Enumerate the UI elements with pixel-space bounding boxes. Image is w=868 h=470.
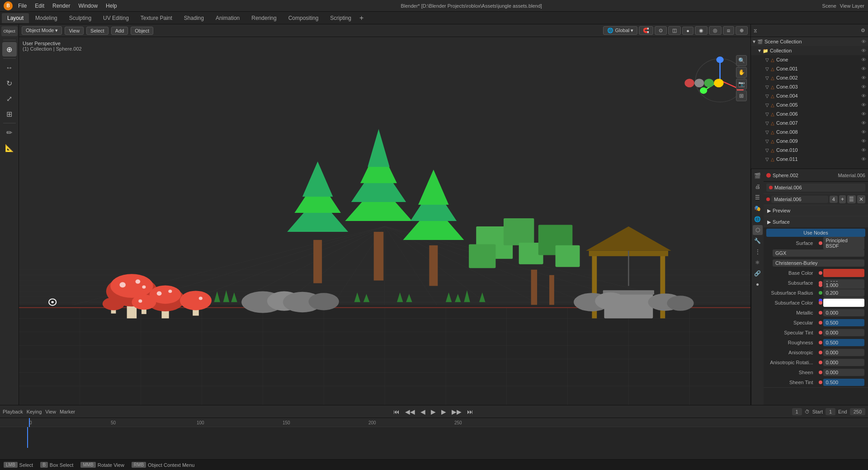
view-layer-properties-icon[interactable]: ☰ <box>753 193 763 202</box>
specular-value[interactable]: 0.500 <box>823 319 865 326</box>
material-properties-icon[interactable]: ● <box>753 279 763 289</box>
playback-menu[interactable]: Playback <box>3 409 23 414</box>
modifier-properties-icon[interactable]: 🔧 <box>753 236 763 246</box>
object-mode-button[interactable]: Object <box>1 26 18 36</box>
viewport-shading-rendered[interactable]: ◎ <box>709 26 722 35</box>
item-visibility-11[interactable]: 👁 <box>861 156 866 162</box>
add-workspace-button[interactable]: + <box>359 14 363 22</box>
pan-button[interactable]: ✋ <box>736 67 747 78</box>
scene-properties-icon[interactable]: 🎭 <box>753 203 763 213</box>
rotate-tool-button[interactable]: ↻ <box>2 76 17 90</box>
preview-section-header[interactable]: ▶ Preview <box>764 205 868 216</box>
outliner-item-cone.010[interactable]: ▽ △ Cone.010 👁 <box>751 146 868 155</box>
keying-menu[interactable]: Keying <box>27 409 42 414</box>
subsurface-color-swatch[interactable] <box>823 299 865 307</box>
item-visibility-10[interactable]: 👁 <box>861 147 866 153</box>
render-properties-icon[interactable]: 🎬 <box>753 171 763 181</box>
grid-button[interactable]: ⊞ <box>736 90 747 101</box>
outliner-item-cone.011[interactable]: ▽ △ Cone.011 👁 <box>751 155 868 164</box>
tab-rendering[interactable]: Rendering <box>246 13 282 23</box>
item-visibility-7[interactable]: 👁 <box>861 120 866 126</box>
anisotropic-value[interactable]: 0.000 <box>823 349 865 356</box>
measure-tool-button[interactable]: 📐 <box>2 141 17 155</box>
prev-frame-button[interactable]: ◀◀ <box>403 408 417 415</box>
outliner-item-cone.001[interactable]: ▽ △ Cone.001 👁 <box>751 64 868 73</box>
tab-compositing[interactable]: Compositing <box>283 13 324 23</box>
roughness-value[interactable]: 0.500 <box>823 339 865 346</box>
select-menu[interactable]: Select <box>86 27 108 35</box>
global-transform-button[interactable]: 🌐 Global ▾ <box>603 26 637 35</box>
menu-edit[interactable]: Edit <box>31 2 48 10</box>
viewport-shading-solid[interactable]: ● <box>682 27 693 35</box>
proportional-edit-button[interactable]: ⊙ <box>655 26 667 35</box>
view-menu[interactable]: View <box>65 27 84 35</box>
anisotropic-rotation-value[interactable]: 0.000 <box>823 359 865 366</box>
material-options-button[interactable]: ☰ <box>847 195 856 203</box>
constraints-properties-icon[interactable]: 🔗 <box>753 268 763 278</box>
outliner-item-cone.009[interactable]: ▽ △ Cone.009 👁 <box>751 136 868 146</box>
item-visibility-0[interactable]: 👁 <box>861 57 866 62</box>
distribution-dropdown[interactable]: GGX <box>773 249 864 257</box>
item-visibility-3[interactable]: 👁 <box>861 84 866 89</box>
sheen-tint-value[interactable]: 0.500 <box>823 379 865 386</box>
play-button[interactable]: ▶ <box>429 408 438 415</box>
current-frame-value[interactable]: 1 <box>792 408 802 415</box>
viewport-gizmo-button[interactable]: ⊕ <box>736 26 748 35</box>
metallic-value[interactable]: 0.000 <box>823 309 865 316</box>
prev-keyframe-button[interactable]: ◀ <box>419 408 427 415</box>
outliner-item-cone.002[interactable]: ▽ △ Cone.002 👁 <box>751 73 868 82</box>
principled-bsdf-selector[interactable]: Principled BSDF <box>823 237 865 249</box>
tab-layout[interactable]: Layout <box>2 13 29 23</box>
jump-end-button[interactable]: ⏭ <box>465 408 475 415</box>
viewport-shading-wire[interactable]: ◫ <box>668 26 681 35</box>
physics-properties-icon[interactable]: ⚛ <box>753 258 763 268</box>
subsurface-radius-1[interactable]: 1.000 <box>823 282 865 289</box>
outliner-item-cone.007[interactable]: ▽ △ Cone.007 👁 <box>751 118 868 127</box>
outliner-item-cone.008[interactable]: ▽ △ Cone.008 👁 <box>751 127 868 136</box>
scene-collection-item[interactable]: ▾ 🎬 Scene Collection 👁 <box>751 37 868 46</box>
cursor-tool-button[interactable]: ⊕ <box>2 42 17 56</box>
outliner-item-cone.003[interactable]: ▽ △ Cone.003 👁 <box>751 82 868 91</box>
menu-file[interactable]: File <box>14 2 30 10</box>
next-keyframe-button[interactable]: ▶ <box>439 408 448 415</box>
object-properties-icon[interactable]: ⬡ <box>753 225 763 235</box>
outliner-item-cone.004[interactable]: ▽ △ Cone.004 👁 <box>751 91 868 100</box>
item-visibility-4[interactable]: 👁 <box>861 93 866 99</box>
scene-collection-visibility[interactable]: 👁 <box>861 39 866 44</box>
material-name-field[interactable]: Material.006 <box>766 183 865 192</box>
camera-button[interactable]: 📷 <box>736 79 747 89</box>
outliner-item-cone.005[interactable]: ▽ △ Cone.005 👁 <box>751 100 868 109</box>
marker-menu[interactable]: Marker <box>60 409 75 414</box>
sheen-value[interactable]: 0.000 <box>823 369 865 376</box>
item-visibility-5[interactable]: 👁 <box>861 102 866 108</box>
start-frame-value[interactable]: 1 <box>826 408 835 415</box>
view-menu-timeline[interactable]: View <box>45 409 56 414</box>
timeline-content[interactable] <box>0 427 868 448</box>
tab-sculpting[interactable]: Sculpting <box>64 13 97 23</box>
material-selector[interactable]: Material.006 <box>771 196 828 203</box>
material-remove-button[interactable]: ✕ <box>857 195 865 203</box>
menu-render[interactable]: Render <box>49 2 74 10</box>
object-mode-dropdown[interactable]: Object Mode ▾ <box>22 26 62 35</box>
item-visibility-6[interactable]: 👁 <box>861 111 866 117</box>
move-tool-button[interactable]: ↔ <box>2 61 17 75</box>
tab-uv-editing[interactable]: UV Editing <box>98 13 134 23</box>
zoom-camera-button[interactable]: 🔍 <box>736 55 747 66</box>
viewport-overlay-button[interactable]: ⧇ <box>723 26 734 35</box>
outliner-item-cone[interactable]: ▽ △ Cone 👁 <box>751 55 868 64</box>
collection-visibility[interactable]: 👁 <box>861 48 866 53</box>
object-menu[interactable]: Object <box>131 27 153 35</box>
collection-item[interactable]: ▾ 📁 Collection 👁 <box>751 46 868 55</box>
item-visibility-1[interactable]: 👁 <box>861 66 866 71</box>
scale-tool-button[interactable]: ⤢ <box>2 91 17 106</box>
transform-tool-button[interactable]: ⊞ <box>2 107 17 121</box>
subsurface-radius-2[interactable]: 0.200 <box>823 289 865 296</box>
material-new-button[interactable]: + <box>839 195 846 203</box>
item-visibility-2[interactable]: 👁 <box>861 75 866 80</box>
add-menu[interactable]: Add <box>111 27 128 35</box>
viewport-canvas[interactable]: User Perspective (1) Collection | Sphere… <box>19 37 750 405</box>
particles-properties-icon[interactable]: ⋮ <box>753 247 763 257</box>
tab-texture-paint[interactable]: Texture Paint <box>135 13 178 23</box>
viewport-shading-material[interactable]: ◉ <box>695 26 708 35</box>
snap-button[interactable]: 🧲 <box>639 26 653 35</box>
